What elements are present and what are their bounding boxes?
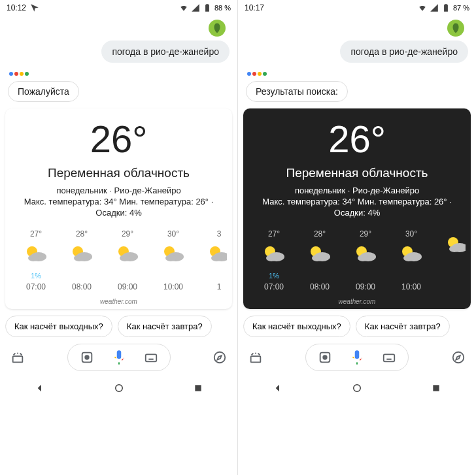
nav-recent-icon[interactable] (192, 382, 205, 395)
condition: Переменная облачность (248, 166, 466, 180)
hour-temp: 29° (105, 229, 150, 238)
svg-rect-15 (13, 356, 23, 362)
status-bar: 10:12 88 % (0, 0, 237, 16)
svg-point-5 (74, 255, 84, 261)
hour-time: 09:00 (105, 282, 150, 291)
temperature: 26° (248, 120, 466, 158)
svg-rect-40 (384, 354, 395, 361)
partly-cloudy-icon (352, 244, 379, 263)
attribution: weather.com (10, 298, 227, 305)
svg-point-2 (28, 255, 39, 261)
partly-cloudy-icon (444, 235, 466, 254)
hour-time: 10:00 (150, 282, 196, 291)
hour-precip (196, 272, 227, 281)
assistant-icon (9, 72, 29, 76)
partly-cloudy-icon (398, 244, 424, 263)
user-avatar[interactable] (209, 20, 226, 37)
hour-column: 29° 09:00 (343, 229, 388, 291)
nav-recent-icon[interactable] (430, 382, 443, 395)
wifi-icon (179, 3, 188, 12)
svg-point-8 (120, 255, 130, 261)
suggestion-chips: Как насчёт выходных? Как насчёт завтра? (0, 309, 237, 341)
weather-card[interactable]: 26° Переменная облачность понедельник · … (243, 108, 471, 309)
input-bar (0, 341, 237, 375)
hour-precip: 1% (13, 272, 59, 281)
response-label: Пожалуйста (8, 81, 79, 102)
nav-bar (238, 375, 476, 401)
user-avatar[interactable] (447, 20, 464, 37)
partly-cloudy-icon (206, 244, 227, 263)
input-bar (238, 341, 476, 375)
keyboard-icon[interactable] (381, 349, 398, 366)
hour-column: 29° 09:00 (105, 229, 150, 291)
status-bar: 10:17 87 % (238, 0, 476, 16)
suggestion-chip[interactable]: Как насчёт выходных? (243, 316, 350, 337)
hour-column: 27° 1% 07:00 (251, 229, 297, 291)
hour-column: 28° 08:00 (297, 229, 343, 291)
nav-back-icon[interactable] (271, 382, 284, 395)
hour-temp: 28° (59, 229, 105, 238)
svg-point-39 (323, 355, 327, 359)
location-icon (30, 3, 39, 12)
condition: Переменная облачность (10, 166, 227, 180)
nav-back-icon[interactable] (33, 382, 46, 395)
temperature: 26° (10, 120, 227, 158)
temp-range: Макс. температура: 34° Мин. температура:… (248, 197, 466, 206)
partly-cloudy-icon (23, 244, 49, 263)
svg-point-14 (211, 255, 222, 261)
user-message[interactable]: погода в рио-де-жанейро (101, 41, 230, 63)
nav-home-icon[interactable] (112, 382, 126, 395)
hour-time: 1 (196, 282, 227, 291)
hour-column: 27° 1% 07:00 (13, 229, 59, 291)
hour-precip (434, 263, 466, 272)
hour-column (434, 229, 466, 291)
suggestion-chip[interactable]: Как насчёт завтра? (356, 316, 450, 337)
hourly-forecast[interactable]: 27° 1% 07:00 28° 08:00 29° 09:00 30° (248, 229, 466, 291)
signal-icon (430, 3, 439, 12)
hour-temp: 3 (196, 229, 227, 238)
partly-cloudy-icon (69, 244, 95, 263)
suggestion-chips: Как насчёт выходных? Как насчёт завтра? (238, 309, 476, 341)
status-battery: 87 % (453, 4, 469, 12)
hourly-forecast[interactable]: 27° 1% 07:00 28° 08:00 29° 09:00 30° (10, 229, 227, 291)
nav-bar (0, 375, 237, 401)
svg-point-42 (354, 385, 361, 392)
svg-point-41 (453, 352, 464, 363)
precipitation-summary: Осадки: 4% (10, 208, 227, 218)
suggestion-chip[interactable]: Как насчёт завтра? (118, 316, 212, 337)
status-time: 10:12 (7, 3, 26, 12)
hour-temp: 30° (150, 229, 196, 238)
svg-point-27 (312, 255, 322, 261)
hour-column: 30° 10:00 (150, 229, 196, 291)
svg-point-36 (449, 246, 460, 252)
partly-cloudy-icon (307, 244, 333, 263)
updates-icon[interactable] (9, 349, 26, 366)
lens-icon[interactable] (316, 349, 333, 366)
hour-temp: 28° (297, 229, 343, 238)
hour-precip: 1% (251, 272, 297, 281)
hour-precip (105, 272, 150, 281)
keyboard-icon[interactable] (143, 349, 160, 366)
updates-icon[interactable] (247, 349, 264, 366)
explore-icon[interactable] (450, 349, 467, 366)
weather-card[interactable]: 26° Переменная облачность понедельник · … (5, 108, 232, 309)
hour-time: 09:00 (343, 282, 388, 291)
hour-precip (388, 272, 434, 281)
response-label: Результаты поиска: (246, 81, 348, 102)
explore-icon[interactable] (211, 349, 228, 366)
wifi-icon (418, 3, 427, 12)
day-location: понедельник · Рио-де-Жанейро (10, 186, 227, 195)
partly-cloudy-icon (114, 244, 141, 263)
assistant-icon (247, 72, 267, 76)
mic-icon[interactable] (348, 348, 366, 367)
hour-time: 07:00 (251, 282, 297, 291)
lens-icon[interactable] (78, 349, 95, 366)
nav-home-icon[interactable] (350, 382, 364, 395)
suggestion-chip[interactable]: Как насчёт выходных? (5, 316, 112, 337)
hour-time: 08:00 (297, 282, 343, 291)
hour-time: 10:00 (388, 282, 434, 291)
user-message[interactable]: погода в рио-де-жанейро (340, 41, 468, 63)
phone-right: 10:17 87 % погода в рио-де-жанейро Резул… (238, 0, 476, 475)
hour-precip (150, 272, 196, 281)
mic-icon[interactable] (110, 348, 128, 367)
